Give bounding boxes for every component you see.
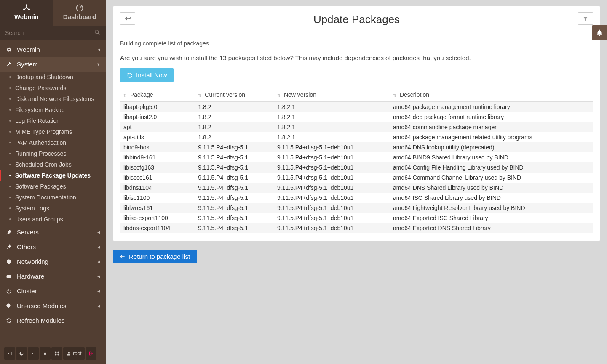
back-button[interactable] (120, 12, 135, 25)
cell-new: 9.11.5.P4+dfsg-5.1+deb10u1 (274, 213, 390, 223)
menu-others[interactable]: Others ◀ (0, 239, 106, 254)
cell-cur: 9.11.5.P4+dfsg-5.1 (195, 162, 274, 173)
menu-unused-label: Un-used Modules (17, 302, 67, 309)
collapse-sidebar-button[interactable] (4, 347, 15, 360)
cell-new: 1.8.2.1 (274, 122, 390, 132)
sidebar-item-bootup-and-shutdown[interactable]: Bootup and Shutdown (0, 72, 106, 82)
cell-new: 9.11.5.P4+dfsg-5.1+deb10u1 (274, 173, 390, 183)
cell-pkg: libisc1100 (120, 193, 195, 203)
cell-new: 1.8.2.1 (274, 102, 390, 112)
table-row: libisccfg1639.11.5.P4+dfsg-5.19.11.5.P4+… (120, 162, 593, 173)
cell-pkg: libapt-inst2.0 (120, 112, 195, 122)
bottom-toolbar: root (4, 347, 102, 360)
menu-cluster[interactable]: Cluster ◀ (0, 284, 106, 298)
sidebar-item-scheduled-cron-jobs[interactable]: Scheduled Cron Jobs (0, 159, 106, 170)
cell-desc: amd64 Config File Handling Library used … (390, 162, 593, 173)
menu-system-label: System (17, 61, 38, 68)
webmin-icon (0, 3, 53, 12)
sidebar-item-log-file-rotation[interactable]: Log File Rotation (0, 115, 106, 126)
sidebar-item-change-passwords[interactable]: Change Passwords (0, 82, 106, 93)
notifications-button[interactable] (592, 25, 607, 40)
col-new[interactable]: ⇅New version (274, 88, 390, 102)
cell-new: 9.11.5.P4+dfsg-5.1+deb10u1 (274, 152, 390, 162)
sidebar: Webmin Dashboard Webmin ◀ System ▼ (0, 0, 106, 364)
sidebar-item-disk-and-network-filesystems[interactable]: Disk and Network Filesystems (0, 93, 106, 104)
system-submenu: Bootup and ShutdownChange PasswordsDisk … (0, 72, 106, 225)
cell-desc: amd64 commandline package manager (390, 122, 593, 132)
favorites-button[interactable] (40, 347, 51, 360)
sort-icon: ⇅ (123, 93, 128, 98)
panel-header: Update Packages (113, 6, 600, 34)
cell-cur: 9.11.5.P4+dfsg-5.1 (195, 152, 274, 162)
sidebar-item-pam-authentication[interactable]: PAM Authentication (0, 137, 106, 148)
chevron-left-icon: ◀ (97, 304, 100, 308)
cell-cur: 9.11.5.P4+dfsg-5.1 (195, 203, 274, 213)
filter-button[interactable] (578, 12, 593, 25)
sidebar-item-system-documentation[interactable]: System Documentation (0, 192, 106, 203)
cell-cur: 9.11.5.P4+dfsg-5.1 (195, 213, 274, 223)
cell-cur: 9.11.5.P4+dfsg-5.1 (195, 173, 274, 183)
install-now-button[interactable]: Install Now (120, 68, 174, 82)
col-package[interactable]: ⇅Package (120, 88, 195, 102)
menu-cluster-label: Cluster (17, 287, 37, 295)
sidebar-item-running-processes[interactable]: Running Processes (0, 148, 106, 159)
sidebar-item-filesystem-backup[interactable]: Filesystem Backup (0, 104, 106, 115)
cell-pkg: libisccc161 (120, 173, 195, 183)
col-current[interactable]: ⇅Current version (195, 88, 274, 102)
menu-hardware[interactable]: Hardware ◀ (0, 269, 106, 284)
table-row: libisccc1619.11.5.P4+dfsg-5.19.11.5.P4+d… (120, 173, 593, 183)
table-row: bind9-host9.11.5.P4+dfsg-5.19.11.5.P4+df… (120, 142, 593, 152)
chevron-left-icon: ◀ (97, 245, 100, 249)
cell-pkg: libapt-pkg5.0 (120, 102, 195, 112)
servers-index-button[interactable] (51, 347, 62, 360)
sidebar-item-software-package-updates[interactable]: Software Package Updates (0, 170, 106, 181)
puzzle-icon (6, 303, 13, 309)
night-mode-button[interactable] (16, 347, 27, 360)
sidebar-item-mime-type-programs[interactable]: MIME Type Programs (0, 126, 106, 137)
search-icon[interactable] (94, 29, 100, 35)
gear-icon (6, 47, 13, 53)
table-row: libapt-pkg5.01.8.21.8.2.1amd64 package m… (120, 102, 593, 112)
col-desc[interactable]: ⇅Description (390, 88, 593, 102)
menu-unused[interactable]: Un-used Modules ◀ (0, 298, 106, 313)
return-button[interactable]: Return to package list (113, 250, 197, 263)
cell-cur: 9.11.5.P4+dfsg-5.1 (195, 183, 274, 193)
sidebar-item-users-and-groups[interactable]: Users and Groups (0, 214, 106, 225)
menu-networking[interactable]: Networking ◀ (0, 254, 106, 269)
panel-body: Building complete list of packages .. Ar… (113, 34, 600, 241)
cell-pkg: libisccfg163 (120, 162, 195, 173)
menu-system[interactable]: System ▼ (0, 57, 106, 72)
menu-servers[interactable]: Servers ◀ (0, 225, 106, 239)
page-panel: Update Packages Building complete list o… (113, 6, 600, 241)
cell-desc: amd64 package management runtime library (390, 102, 593, 112)
menu-webmin-label: Webmin (17, 46, 40, 53)
user-button[interactable]: root (63, 347, 85, 360)
cell-new: 9.11.5.P4+dfsg-5.1+deb10u1 (274, 223, 390, 233)
sidebar-item-software-packages[interactable]: Software Packages (0, 181, 106, 192)
table-row: libapt-inst2.01.8.21.8.2.1amd64 deb pack… (120, 112, 593, 122)
packages-table: ⇅Package ⇅Current version ⇅New version ⇅… (120, 88, 593, 233)
tab-dashboard[interactable]: Dashboard (53, 0, 106, 26)
terminal-button[interactable] (28, 347, 39, 360)
return-row: Return to package list (113, 250, 600, 263)
cell-cur: 9.11.5.P4+dfsg-5.1 (195, 142, 274, 152)
svg-point-0 (26, 5, 27, 6)
table-row: libisc-export11009.11.5.P4+dfsg-5.19.11.… (120, 213, 593, 223)
page-title: Update Packages (120, 13, 593, 26)
menu-refresh[interactable]: Refresh Modules (0, 313, 106, 328)
cell-cur: 1.8.2 (195, 122, 274, 132)
sidebar-item-system-logs[interactable]: System Logs (0, 203, 106, 214)
menu-servers-label: Servers (17, 228, 39, 236)
tab-webmin[interactable]: Webmin (0, 0, 53, 26)
shield-icon (6, 259, 13, 265)
refresh-icon (6, 318, 13, 324)
sidebar-menu: Webmin ◀ System ▼ Bootup and ShutdownCha… (0, 42, 106, 328)
cell-cur: 1.8.2 (195, 112, 274, 122)
cell-pkg: liblwres161 (120, 203, 195, 213)
cell-new: 1.8.2.1 (274, 112, 390, 122)
status-text: Building complete list of packages .. (120, 40, 593, 47)
sidebar-tabs: Webmin Dashboard (0, 0, 106, 26)
menu-webmin[interactable]: Webmin ◀ (0, 42, 106, 57)
search-input[interactable] (0, 26, 106, 40)
logout-button[interactable] (86, 347, 96, 360)
